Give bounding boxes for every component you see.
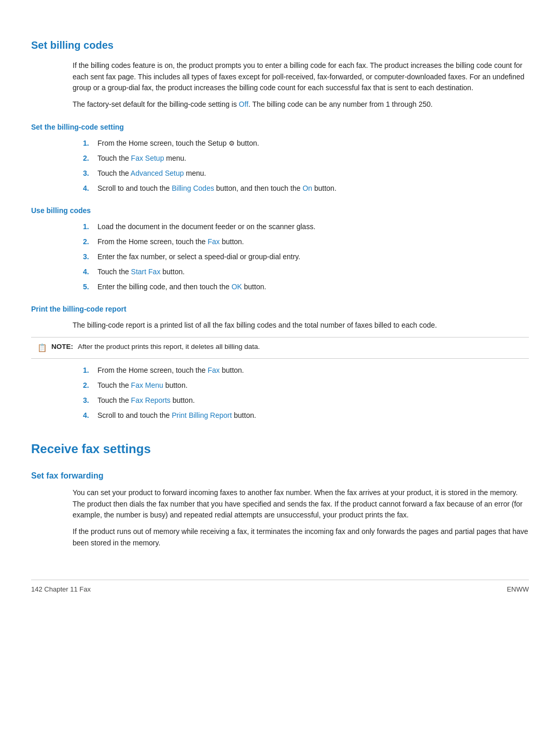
advanced-setup-link[interactable]: Advanced Setup — [131, 169, 184, 177]
fax-link-2[interactable]: Fax — [207, 366, 219, 374]
use-step-4-text: Touch the Start Fax button. — [97, 266, 185, 277]
set-billing-codes-title: Set billing codes — [31, 37, 529, 53]
fax-reports-link[interactable]: Fax Reports — [131, 396, 171, 404]
footer-left: 142 Chapter 11 Fax — [31, 584, 91, 595]
fax-button-link[interactable]: Fax — [207, 237, 219, 246]
fax-menu-link[interactable]: Fax Menu — [131, 381, 163, 389]
print-billing-steps: From the Home screen, touch the Fax butt… — [83, 365, 529, 421]
set-billing-codes-section: Set billing codes If the billing codes f… — [31, 37, 529, 421]
off-link[interactable]: Off — [239, 100, 248, 108]
set-fax-forwarding-title: Set fax forwarding — [31, 470, 529, 482]
print-billing-report-link[interactable]: Print Billing Report — [172, 411, 232, 419]
use-step-4: Touch the Start Fax button. — [83, 266, 529, 277]
print-step-3-text: Touch the Fax Reports button. — [97, 395, 195, 406]
step-2-text: Touch the Fax Setup menu. — [97, 153, 186, 164]
set-billing-codes-para2: The factory-set default for the billing-… — [73, 99, 529, 110]
step-1-text: From the Home screen, touch the Setup ⚙ … — [97, 138, 259, 149]
fax-setup-link[interactable]: Fax Setup — [131, 154, 164, 162]
note-box: 📋 NOTE: After the product prints this re… — [31, 337, 529, 359]
para2-prefix: The factory-set default for the billing-… — [73, 100, 239, 108]
step-2: Touch the Fax Setup menu. — [83, 153, 529, 164]
print-step-2-text: Touch the Fax Menu button. — [97, 380, 188, 391]
receive-fax-settings-title: Receive fax settings — [31, 440, 529, 458]
use-billing-codes-subsection: Use billing codes Load the document in t… — [31, 205, 529, 292]
print-billing-code-report-title: Print the billing-code report — [31, 304, 529, 315]
use-billing-codes-steps: Load the document in the document feeder… — [83, 221, 529, 292]
step-3-text: Touch the Advanced Setup menu. — [97, 168, 206, 179]
on-link[interactable]: On — [302, 184, 312, 192]
use-step-1-text: Load the document in the document feeder… — [97, 221, 315, 232]
use-step-5-text: Enter the billing code, and then touch t… — [97, 282, 266, 292]
print-step-1-text: From the Home screen, touch the Fax butt… — [97, 365, 244, 376]
use-billing-codes-title: Use billing codes — [31, 205, 529, 216]
note-text: After the product prints this report, it… — [78, 343, 260, 350]
footer-right: ENWW — [507, 584, 529, 595]
print-step-1: From the Home screen, touch the Fax butt… — [83, 365, 529, 376]
receive-fax-settings-section: Receive fax settings Set fax forwarding … — [31, 440, 529, 549]
step-1: From the Home screen, touch the Setup ⚙ … — [83, 138, 529, 149]
ok-link[interactable]: OK — [231, 283, 242, 291]
start-fax-link[interactable]: Start Fax — [131, 268, 161, 276]
step-4: Scroll to and touch the Billing Codes bu… — [83, 183, 529, 194]
use-step-3-text: Enter the fax number, or select a speed-… — [97, 251, 300, 262]
page-footer: 142 Chapter 11 Fax ENWW — [31, 580, 529, 595]
set-fax-forwarding-subsection: Set fax forwarding You can set your prod… — [31, 470, 529, 549]
print-step-3: Touch the Fax Reports button. — [83, 395, 529, 406]
print-billing-code-report-subsection: Print the billing-code report The billin… — [31, 304, 529, 421]
note-label: NOTE: — [51, 343, 73, 350]
step-3: Touch the Advanced Setup menu. — [83, 168, 529, 179]
step-4-text: Scroll to and touch the Billing Codes bu… — [97, 183, 337, 194]
note-icon: 📋 — [37, 342, 47, 354]
set-billing-code-setting-title: Set the billing-code setting — [31, 122, 529, 133]
use-step-5: Enter the billing code, and then touch t… — [83, 282, 529, 292]
use-step-1: Load the document in the document feeder… — [83, 221, 529, 232]
print-step-4: Scroll to and touch the Print Billing Re… — [83, 410, 529, 421]
billing-codes-link[interactable]: Billing Codes — [172, 184, 214, 192]
set-billing-codes-para1: If the billing codes feature is on, the … — [73, 60, 529, 94]
set-billing-code-setting-subsection: Set the billing-code setting From the Ho… — [31, 122, 529, 194]
use-step-3: Enter the fax number, or select a speed-… — [83, 251, 529, 262]
para2-suffix: . The billing code can be any number fro… — [248, 100, 432, 108]
use-step-2-text: From the Home screen, touch the Fax butt… — [97, 236, 244, 247]
set-billing-code-steps: From the Home screen, touch the Setup ⚙ … — [83, 138, 529, 194]
print-billing-code-report-para: The billing-code report is a printed lis… — [73, 320, 529, 331]
set-fax-forwarding-para1: You can set your product to forward inco… — [73, 487, 529, 521]
print-step-4-text: Scroll to and touch the Print Billing Re… — [97, 410, 256, 421]
setup-icon: ⚙ — [229, 139, 235, 147]
set-fax-forwarding-para2: If the product runs out of memory while … — [73, 526, 529, 549]
print-step-2: Touch the Fax Menu button. — [83, 380, 529, 391]
use-step-2: From the Home screen, touch the Fax butt… — [83, 236, 529, 247]
